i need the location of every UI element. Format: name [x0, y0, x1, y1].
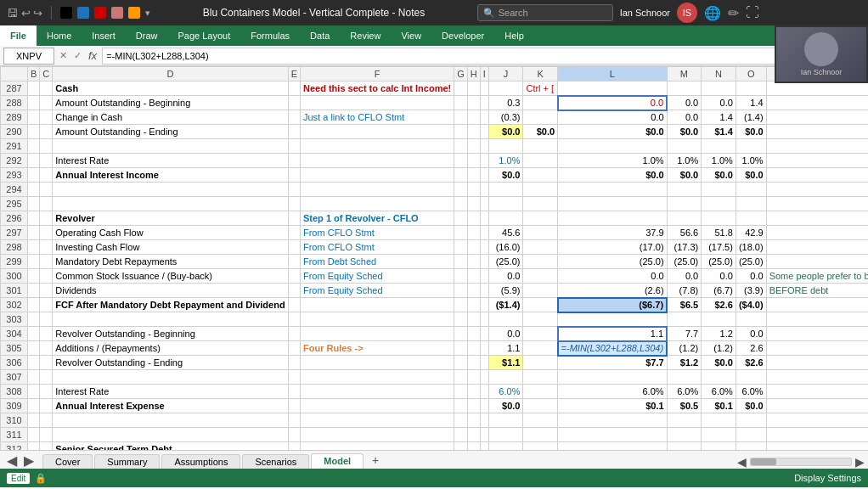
share-icon[interactable]: 🌐 [704, 5, 721, 21]
cell-299-i[interactable] [480, 255, 488, 269]
cell-295-i[interactable] [480, 197, 488, 211]
cell-305-r[interactable] [766, 341, 868, 356]
cell-287-j[interactable] [488, 82, 523, 96]
cell-298-r[interactable] [766, 240, 868, 255]
cell-309-d[interactable]: Annual Interest Expense [53, 399, 288, 413]
cell-302-r[interactable] [766, 298, 868, 312]
cell-296-b[interactable] [28, 211, 40, 226]
cell-300-l[interactable]: 0.0 [558, 269, 667, 284]
cell-304-e[interactable] [288, 327, 300, 341]
cell-311-k[interactable] [523, 428, 558, 442]
cell-290-j[interactable]: $0.0 [488, 125, 523, 139]
cell-305-b[interactable] [28, 341, 40, 356]
cell-296-o[interactable] [736, 211, 766, 226]
cell-304-k[interactable] [523, 327, 558, 341]
cell-288-r[interactable] [766, 96, 868, 110]
toolbar-icons[interactable]: 🖫 ↩ ↪ ▾ [7, 6, 150, 20]
cell-293-n[interactable]: $0.0 [702, 168, 736, 183]
cell-297-g[interactable] [454, 226, 468, 240]
cell-297-h[interactable] [467, 226, 480, 240]
cell-287-h[interactable] [467, 82, 480, 96]
sheet[interactable]: B C D E F G H I J K L M N O R 2 [0, 66, 868, 450]
cell-288-f[interactable] [300, 96, 454, 110]
cell-310-o[interactable] [736, 413, 766, 428]
cell-299-j[interactable]: (25.0) [488, 255, 523, 269]
cell-293-b[interactable] [28, 168, 40, 183]
cell-291-c[interactable] [40, 139, 53, 154]
cell-292-n[interactable]: 1.0% [702, 154, 736, 168]
cell-297-k[interactable] [523, 226, 558, 240]
cell-300-e[interactable] [288, 269, 300, 284]
cell-289-l[interactable]: 0.0 [558, 110, 667, 125]
cell-307-f[interactable] [300, 370, 454, 385]
cell-287-m[interactable] [667, 82, 702, 96]
cell-299-g[interactable] [454, 255, 468, 269]
col-header-j[interactable]: J [488, 67, 523, 82]
cell-311-g[interactable] [454, 428, 468, 442]
cell-296-k[interactable] [523, 211, 558, 226]
cell-304-b[interactable] [28, 327, 40, 341]
cell-309-l[interactable]: $0.1 [558, 399, 667, 413]
cell-307-c[interactable] [40, 370, 53, 385]
cell-312-b[interactable] [28, 442, 40, 451]
cell-295-l[interactable] [558, 197, 667, 211]
cell-297-n[interactable]: 51.8 [702, 226, 736, 240]
cell-312-o[interactable] [736, 442, 766, 451]
cell-287-l[interactable] [558, 82, 667, 96]
cell-303-c[interactable] [40, 312, 53, 327]
cell-304-f[interactable] [300, 327, 454, 341]
scroll-left-icon[interactable]: ◀ [737, 455, 747, 469]
cell-293-g[interactable] [454, 168, 468, 183]
cell-309-m[interactable]: $0.5 [667, 399, 702, 413]
cell-294-e[interactable] [288, 183, 300, 197]
cell-293-r[interactable] [766, 168, 868, 183]
edit-icon[interactable]: ✏ [728, 5, 739, 21]
sheet-tabs[interactable]: ◀ ▶ Cover Summary Assumptions Scenarios … [0, 450, 868, 469]
cell-303-b[interactable] [28, 312, 40, 327]
cell-293-f[interactable] [300, 168, 454, 183]
cell-289-k[interactable] [523, 110, 558, 125]
cell-310-g[interactable] [454, 413, 468, 428]
ribbon-tabs[interactable]: File Home Insert Draw Page Layout Formul… [0, 25, 868, 46]
tab-developer[interactable]: Developer [431, 25, 494, 46]
cell-295-j[interactable] [488, 197, 523, 211]
cell-295-g[interactable] [454, 197, 468, 211]
cell-307-j[interactable] [488, 370, 523, 385]
formula-bar-cancel[interactable]: ✕ [59, 50, 67, 61]
cell-289-f[interactable]: Just a link to CFLO Stmt [300, 110, 454, 125]
cell-292-g[interactable] [454, 154, 468, 168]
cell-290-e[interactable] [288, 125, 300, 139]
cell-311-d[interactable] [53, 428, 288, 442]
cell-303-i[interactable] [480, 312, 488, 327]
cell-290-d[interactable]: Amount Outstanding - Ending [53, 125, 288, 139]
cell-292-k[interactable] [523, 154, 558, 168]
cell-312-j[interactable] [488, 442, 523, 451]
cell-291-k[interactable] [523, 139, 558, 154]
cell-306-i[interactable] [480, 356, 488, 370]
cell-302-b[interactable] [28, 298, 40, 312]
cell-296-r[interactable] [766, 211, 868, 226]
cell-295-h[interactable] [467, 197, 480, 211]
cell-291-r[interactable] [766, 139, 868, 154]
cell-299-k[interactable] [523, 255, 558, 269]
cell-289-c[interactable] [40, 110, 53, 125]
cell-308-n[interactable]: 6.0% [702, 385, 736, 399]
cell-298-d[interactable]: Investing Cash Flow [53, 240, 288, 255]
cell-308-d[interactable]: Interest Rate [53, 385, 288, 399]
cell-305-j[interactable]: 1.1 [488, 341, 523, 356]
cell-299-l[interactable]: (25.0) [558, 255, 667, 269]
cell-309-o[interactable]: $0.0 [736, 399, 766, 413]
cell-305-k[interactable] [523, 341, 558, 356]
cell-303-h[interactable] [467, 312, 480, 327]
cell-291-e[interactable] [288, 139, 300, 154]
cell-300-d[interactable]: Common Stock Issuance / (Buy-back) [53, 269, 288, 284]
cell-302-n[interactable]: $2.6 [702, 298, 736, 312]
cell-291-g[interactable] [454, 139, 468, 154]
cell-290-f[interactable] [300, 125, 454, 139]
cell-292-c[interactable] [40, 154, 53, 168]
cell-292-i[interactable] [480, 154, 488, 168]
cell-296-h[interactable] [467, 211, 480, 226]
cell-297-j[interactable]: 45.6 [488, 226, 523, 240]
cell-291-b[interactable] [28, 139, 40, 154]
cell-298-b[interactable] [28, 240, 40, 255]
